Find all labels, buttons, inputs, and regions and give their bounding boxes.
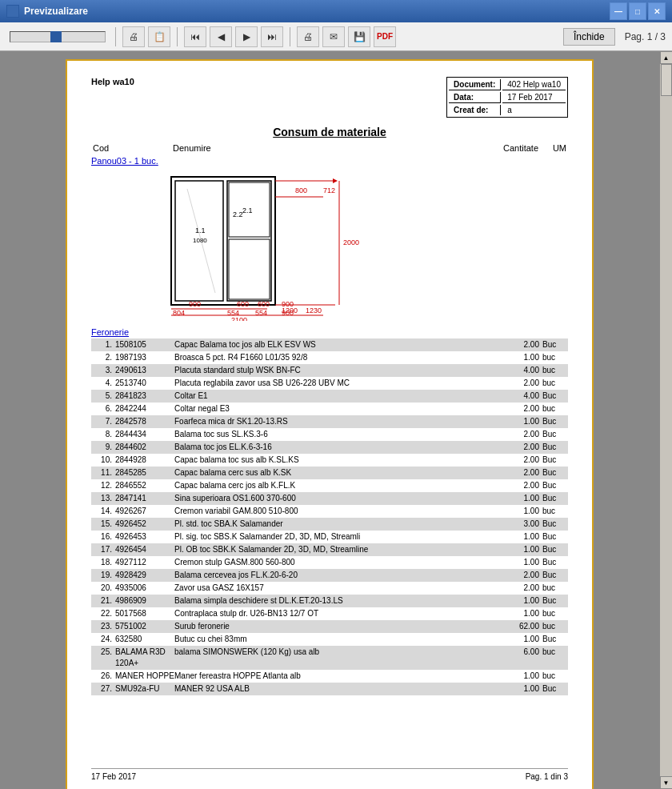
print2-button[interactable]: 🖨 [297, 26, 319, 47]
item-number: 21. [93, 595, 115, 607]
window-svg: 800 712 2000 1200 1230 900 600 [163, 169, 411, 321]
doc-title: Consum de materiale [91, 126, 568, 138]
item-number: 8. [93, 429, 115, 440]
table-row: 18. 4927112 Cremon stulp GASM.800 560-80… [91, 556, 568, 569]
item-den: Coltar negal E3 [174, 403, 502, 415]
svg-text:554: 554 [255, 309, 267, 317]
item-number: 4. [93, 378, 115, 389]
item-den: Capac Balama toc jos alb ELK ESV WS [174, 339, 502, 350]
item-den: Balama cercevea jos FL.K.20-6-20 [174, 570, 502, 581]
item-um: Buc [542, 416, 566, 427]
table-row: 12. 2846552 Capac balama cerc jos alb K.… [91, 479, 568, 492]
item-den: Capac balama cerc sus alb K.SK [174, 467, 502, 479]
zoom-slider[interactable] [10, 31, 106, 42]
item-um: Buc [542, 519, 566, 530]
item-um: buc [542, 647, 566, 669]
svg-text:900: 900 [189, 300, 201, 308]
print-button[interactable]: 🖨 [122, 26, 145, 47]
maximize-button[interactable]: □ [629, 2, 646, 20]
item-number: 13. [93, 493, 115, 504]
creator-value: a [502, 105, 566, 115]
item-number: 2. [93, 352, 115, 363]
footer-page: Pag. 1 din 3 [526, 772, 568, 781]
item-number: 9. [93, 442, 115, 453]
item-cod: MANER HOPPE [115, 671, 174, 682]
item-den: Pl. sig. toc SBS.K Salamander 2D, 3D, MD… [174, 531, 502, 543]
scroll-up-button[interactable]: ▲ [660, 51, 673, 64]
table-row: 4. 2513740 Placuta reglabila zavor usa S… [91, 377, 568, 390]
item-cod: 2841823 [115, 390, 174, 402]
item-cant: 1.00 [502, 416, 542, 427]
table-row: 23. 5751002 Surub feronerie 62.00 buc [91, 620, 568, 633]
date-value: 17 Feb 2017 [502, 92, 566, 103]
panel-link[interactable]: Panou03 - 1 buc. [91, 156, 158, 166]
item-cod: 4927112 [115, 557, 174, 568]
scrollbar-thumb[interactable] [661, 64, 672, 96]
table-row: 25. BALAMA R3D 120A+ balama SIMONSWERK (… [91, 646, 568, 670]
creator-label: Creat de: [449, 105, 501, 115]
svg-text:900: 900 [282, 300, 294, 308]
table-row: 5. 2841823 Coltar E1 4.00 Buc [91, 390, 568, 403]
item-den: balama SIMONSWERK (120 Kg) usa alb [174, 647, 502, 669]
close-window-button[interactable]: ✕ [648, 2, 666, 20]
table-row: 27. SMU92a-FU MANER 92 USA ALB 1.00 Buc [91, 683, 568, 695]
item-cod: 4926267 [115, 506, 174, 517]
item-den: Broasca 5 pct. R4 F1660 L01/35 92/8 [174, 352, 502, 363]
item-cod: 2845285 [115, 467, 174, 479]
item-um: buc [542, 365, 566, 376]
item-cant: 1.00 [502, 531, 542, 543]
svg-text:900: 900 [282, 309, 294, 317]
save-button[interactable]: 💾 [348, 26, 370, 47]
close-preview-button[interactable]: Închide [563, 28, 615, 46]
svg-text:712: 712 [323, 186, 335, 194]
item-cant: 1.00 [502, 506, 542, 517]
toolbar: 🖨 📋 ⏮ ◀ ▶ ⏭ 🖨 ✉ 💾 PDF Închide Pag. 1 / 3 [0, 22, 672, 51]
item-den: Balama toc sus SL.KS.3-6 [174, 429, 502, 440]
item-den: Maner fereastra HOPPE Atlanta alb [174, 671, 502, 682]
svg-text:600: 600 [237, 300, 249, 308]
first-page-button[interactable]: ⏮ [184, 26, 206, 47]
email-button[interactable]: ✉ [322, 26, 345, 47]
prev-page-button[interactable]: ◀ [210, 26, 232, 47]
item-cod: 632580 [115, 634, 174, 645]
doc-footer: 17 Feb 2017 Pag. 1 din 3 [91, 768, 568, 781]
pdf-button[interactable]: PDF [374, 26, 396, 47]
table-row: 21. 4986909 Balama simpla deschidere st … [91, 595, 568, 607]
col-header-cod: Cod [93, 143, 173, 153]
copy-button[interactable]: 📋 [148, 26, 170, 47]
scroll-down-button[interactable]: ▼ [660, 776, 673, 789]
item-den: Coltar E1 [174, 390, 502, 402]
item-number: 18. [93, 557, 115, 568]
minimize-button[interactable]: — [610, 2, 627, 20]
item-cant: 1.00 [502, 352, 542, 363]
item-den: Butuc cu chei 83mm [174, 634, 502, 645]
item-cant: 1.00 [502, 544, 542, 555]
item-cod: 4926453 [115, 531, 174, 543]
table-row: 19. 4928429 Balama cercevea jos FL.K.20-… [91, 569, 568, 582]
item-um: Buc [542, 531, 566, 543]
table-row: 2. 1987193 Broasca 5 pct. R4 F1660 L01/3… [91, 351, 568, 364]
item-number: 20. [93, 583, 115, 594]
table-row: 7. 2842578 Foarfeca mica dr SK1.20-13.RS… [91, 415, 568, 428]
item-den: Capac balama cerc jos alb K.FL.K [174, 480, 502, 491]
footer-date: 17 Feb 2017 [91, 772, 136, 781]
svg-rect-4 [229, 239, 270, 299]
item-cod: SMU92a-FU [115, 683, 174, 695]
item-number: 7. [93, 416, 115, 427]
item-den: Contraplaca stulp dr. U26-BN13 12/7 OT [174, 608, 502, 619]
table-row: 24. 632580 Butuc cu chei 83mm 1.00 Buc [91, 633, 568, 646]
next-page-button[interactable]: ▶ [235, 26, 258, 47]
item-cod: 2842578 [115, 416, 174, 427]
document-value: 402 Help wa10 [502, 79, 566, 90]
last-page-button[interactable]: ⏭ [261, 26, 283, 47]
item-cod: 2513740 [115, 378, 174, 389]
item-number: 26. [93, 671, 115, 682]
table-row: 14. 4926267 Cremon variabil GAM.800 510-… [91, 505, 568, 518]
scrollbar-track[interactable] [660, 64, 672, 776]
item-den: Placuta reglabila zavor usa SB U26-228 U… [174, 378, 502, 389]
item-cod: 2490613 [115, 365, 174, 376]
item-number: 5. [93, 390, 115, 402]
table-row: 1. 1508105 Capac Balama toc jos alb ELK … [91, 338, 568, 351]
item-cod: 1508105 [115, 339, 174, 350]
scrollbar-vertical[interactable]: ▲ ▼ [659, 51, 672, 789]
